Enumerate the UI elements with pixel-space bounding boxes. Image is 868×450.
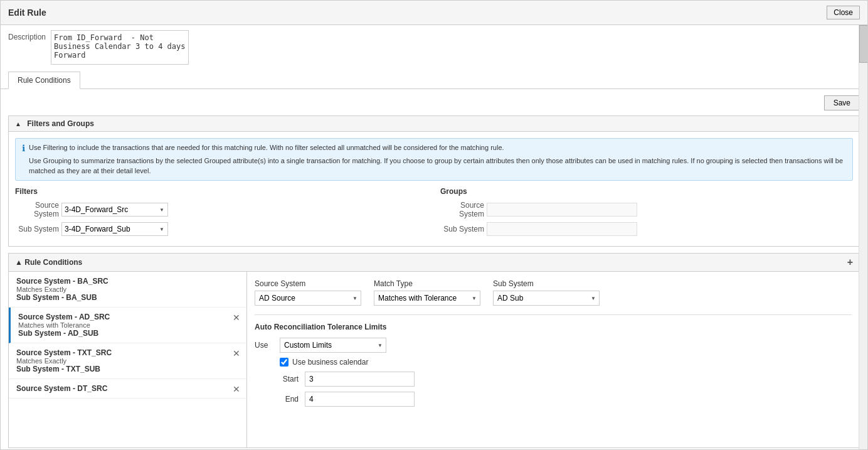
end-input[interactable]: [305, 392, 415, 407]
sub-system-filter-select[interactable]: 3-4D_Forward_Sub: [61, 222, 168, 236]
source-system-filter-select[interactable]: 3-4D_Forward_Src: [61, 203, 168, 217]
start-end-row: Start End: [280, 372, 852, 407]
rc-item-3-subtitle: Matches Exactly: [16, 357, 239, 365]
end-label: End: [280, 395, 299, 404]
rc-item-4-title: Source System - DT_SRC: [16, 384, 239, 393]
modal-body: Description From ID_Forward - Not Busine…: [1, 25, 867, 450]
source-system-filter-select-wrapper: 3-4D_Forward_Src: [61, 203, 168, 217]
use-business-calendar-label: Use business calendar: [292, 358, 368, 367]
info-line2: Use Grouping to summarize transactions b…: [29, 156, 846, 176]
detail-sub-system-select-wrapper: AD Sub: [493, 291, 600, 306]
scrollbar-track[interactable]: [859, 25, 867, 450]
filters-groups-header[interactable]: ▲ Filters and Groups: [9, 116, 859, 132]
use-business-calendar-checkbox[interactable]: [280, 358, 288, 367]
start-label: Start: [280, 375, 299, 383]
rc-item-3-bold: Sub System - TXT_SUB: [16, 365, 239, 373]
detail-top-row: Source System AD Source Match Type: [255, 279, 852, 306]
rc-item-1-bold: Sub System - BA_SUB: [16, 293, 239, 302]
groups-header: Groups: [440, 187, 853, 196]
rc-item-3[interactable]: Source System - TXT_SRC Matches Exactly …: [9, 343, 246, 379]
start-row: Start: [280, 372, 852, 387]
remove-item-4-button[interactable]: ✕: [233, 384, 240, 394]
rc-item-3-title: Source System - TXT_SRC: [16, 348, 239, 357]
source-system-group-label: Source System: [440, 201, 484, 218]
detail-match-type-select[interactable]: Matches Exactly Matches with Tolerance: [374, 291, 480, 306]
use-label: Use: [255, 341, 273, 350]
detail-match-type-label: Match Type: [374, 279, 480, 288]
rc-item-1-subtitle: Matches Exactly: [16, 286, 239, 293]
custom-limits-select-wrapper: Custom Limits Global Limits: [280, 338, 386, 353]
tab-content: Save ▲ Filters and Groups ℹ Use Filterin…: [1, 89, 867, 450]
groups-col: Groups Source System Sub System: [440, 187, 853, 240]
filters-col: Filters SourceSystem 3-4D_Forward_Src: [15, 187, 428, 240]
source-system-filter-label: SourceSystem: [15, 201, 59, 218]
sub-system-filter-select-wrapper: 3-4D_Forward_Sub: [61, 222, 168, 236]
source-system-filter-row: SourceSystem 3-4D_Forward_Src: [15, 201, 428, 218]
info-text-block: Use Filtering to include the transaction…: [29, 142, 846, 176]
rc-detail: Source System AD Source Match Type: [247, 272, 859, 447]
detail-match-type-field: Match Type Matches Exactly Matches with …: [374, 279, 480, 306]
remove-item-2-button[interactable]: ✕: [233, 313, 240, 323]
detail-source-system-select[interactable]: AD Source: [255, 291, 361, 306]
rc-item-2-title: Source System - AD_SRC: [18, 313, 239, 321]
detail-sub-system-label: Sub System: [493, 279, 600, 288]
tolerance-section: Auto Reconciliation Tolerance Limits Use…: [255, 314, 852, 407]
sub-system-group-label: Sub System: [440, 225, 484, 233]
modal-title: Edit Rule: [8, 8, 46, 18]
rc-collapse-icon: ▲: [15, 258, 23, 267]
detail-source-system-field: Source System AD Source: [255, 279, 361, 306]
detail-source-system-label: Source System: [255, 279, 361, 288]
sub-system-group-row: Sub System: [440, 222, 853, 236]
edit-rule-modal: Edit Rule Close Description From ID_Forw…: [0, 0, 868, 450]
detail-sub-system-select[interactable]: AD Sub: [493, 291, 600, 306]
detail-match-type-select-wrapper: Matches Exactly Matches with Tolerance: [374, 291, 480, 306]
tab-rule-conditions[interactable]: Rule Conditions: [8, 72, 80, 89]
source-system-group-row: Source System: [440, 201, 853, 218]
rc-item-1-title: Source System - BA_SRC: [16, 277, 239, 286]
detail-sub-system-field: Sub System AD Sub: [493, 279, 600, 306]
use-row: Use Custom Limits Global Limits: [255, 338, 852, 353]
add-condition-button[interactable]: +: [847, 257, 853, 268]
end-row: End: [280, 392, 852, 407]
rc-item-1[interactable]: Source System - BA_SRC Matches Exactly S…: [9, 272, 246, 308]
rc-item-2[interactable]: Source System - AD_SRC Matches with Tole…: [9, 308, 246, 343]
tolerance-title: Auto Reconciliation Tolerance Limits: [255, 323, 852, 331]
sub-system-filter-row: Sub System 3-4D_Forward_Sub: [15, 222, 428, 236]
filters-groups-body: ℹ Use Filtering to include the transacti…: [9, 132, 859, 246]
detail-source-system-select-wrapper: AD Source: [255, 291, 361, 306]
info-icon: ℹ: [22, 143, 25, 153]
start-input[interactable]: [305, 372, 415, 387]
use-business-calendar-row: Use business calendar: [280, 358, 852, 367]
description-textarea[interactable]: From ID_Forward - Not Business Calendar …: [51, 30, 189, 65]
rc-header: ▲ Rule Conditions +: [9, 254, 859, 272]
sub-system-group-input[interactable]: [487, 222, 637, 236]
filters-groups-section: ▲ Filters and Groups ℹ Use Filtering to …: [8, 115, 860, 247]
rule-conditions-section: ▲ Rule Conditions + Source System - BA_S…: [8, 253, 860, 448]
save-button[interactable]: Save: [824, 95, 860, 110]
filters-header: Filters: [15, 187, 428, 196]
rc-item-4[interactable]: Source System - DT_SRC ✕: [9, 379, 246, 399]
remove-item-3-button[interactable]: ✕: [233, 348, 240, 358]
rc-list: Source System - BA_SRC Matches Exactly S…: [9, 272, 247, 447]
filters-groups-row: Filters SourceSystem 3-4D_Forward_Src: [15, 187, 853, 240]
close-button[interactable]: Close: [827, 6, 860, 19]
scrollbar-thumb[interactable]: [859, 25, 867, 63]
rc-title: ▲ Rule Conditions: [15, 258, 82, 267]
rc-body: Source System - BA_SRC Matches Exactly S…: [9, 272, 859, 447]
collapse-icon: ▲: [15, 121, 21, 127]
custom-limits-select[interactable]: Custom Limits Global Limits: [280, 338, 386, 353]
description-label: Description: [8, 33, 46, 41]
description-area: Description From ID_Forward - Not Busine…: [1, 25, 867, 72]
info-box: ℹ Use Filtering to include the transacti…: [15, 138, 853, 181]
modal-header: Edit Rule Close: [1, 1, 867, 25]
rc-item-2-subtitle: Matches with Tolerance: [18, 321, 239, 329]
source-system-group-input[interactable]: [487, 203, 637, 217]
save-row: Save: [8, 95, 860, 110]
sub-system-filter-label: Sub System: [15, 225, 59, 233]
rc-item-2-bold: Sub System - AD_SUB: [18, 329, 239, 338]
filters-groups-title: ▲ Filters and Groups: [15, 119, 94, 128]
info-line1: Use Filtering to include the transaction…: [29, 142, 846, 153]
tabs-bar: Rule Conditions: [1, 72, 867, 89]
